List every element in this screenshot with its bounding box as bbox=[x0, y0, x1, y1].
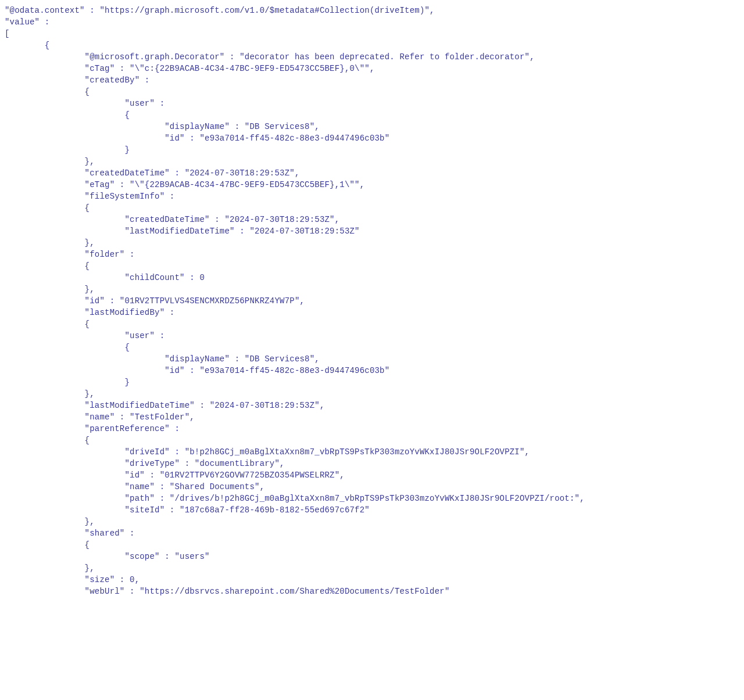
json-code-block: "@odata.context" : "https://graph.micros… bbox=[5, 5, 739, 597]
